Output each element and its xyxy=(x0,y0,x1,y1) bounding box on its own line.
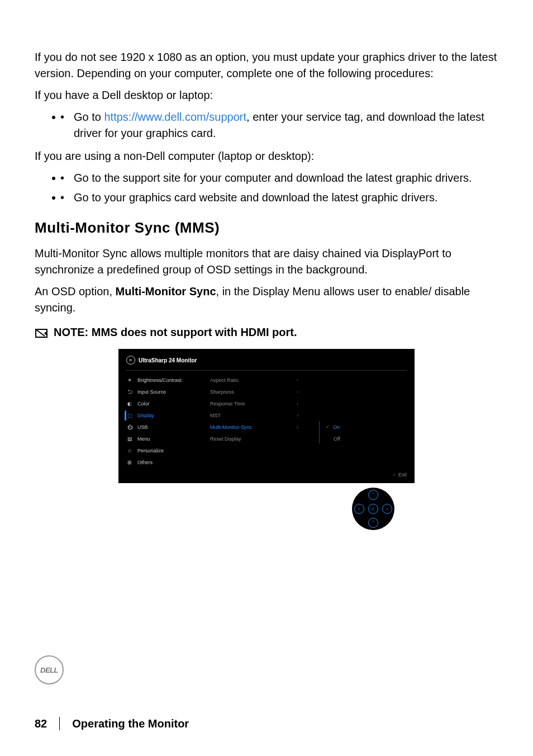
bullet-text-pre: Go to xyxy=(74,111,104,123)
osd-left-color[interactable]: ◐Color xyxy=(126,398,210,409)
osd-title-row: D UltraSharp 24 Monitor xyxy=(126,356,407,365)
menu-icon: ▤ xyxy=(126,436,133,442)
osd-screenshot: D UltraSharp 24 Monitor ☀Brightness/Cont… xyxy=(118,349,415,530)
chevron-right-icon: › xyxy=(297,386,319,398)
osd-left-label: Others xyxy=(137,460,153,465)
dell-badge-icon: DELL xyxy=(35,655,64,684)
osd-left-label: Display xyxy=(137,413,154,418)
chevron-right-icon: › xyxy=(297,409,319,421)
osd-left-label: Input Source xyxy=(137,389,166,395)
bullet-dell-support: Go to https://www.dell.com/support, ente… xyxy=(63,109,498,141)
osd-left-label: Brightness/Contrast xyxy=(137,377,182,383)
osd-left-brightness[interactable]: ☀Brightness/Contrast xyxy=(126,374,210,386)
joystick-control: ˄ ˅ ‹ › ✓ xyxy=(352,488,394,530)
note-icon xyxy=(35,328,48,338)
osd-arrow-column: › › › › › xyxy=(297,374,319,469)
note-row: NOTE: MMS does not support with HDMI por… xyxy=(35,326,498,339)
paragraph-dell-label: If you have a Dell desktop or laptop: xyxy=(35,87,498,103)
osd-mid-aspect[interactable]: Aspect Ratio xyxy=(210,374,297,386)
osd-mid-menu: Aspect Ratio Sharpness Response Time MST… xyxy=(210,374,297,469)
page-number: 82 xyxy=(35,717,47,730)
dell-logo-icon: D xyxy=(126,356,135,365)
bullet-list-nondell: Go to the support site for your computer… xyxy=(35,170,498,206)
input-source-icon: ⮌ xyxy=(126,389,133,395)
osd-mid-mst[interactable]: MST xyxy=(210,409,297,421)
joystick-right-icon[interactable]: › xyxy=(382,504,392,514)
bullet-nondell-2: Go to your graphics card website and dow… xyxy=(63,190,498,206)
mms-p2-pre: An OSD option, xyxy=(35,285,116,297)
osd-left-usb[interactable]: ⏻USB xyxy=(126,421,210,433)
support-link[interactable]: https://www.dell.com/support xyxy=(104,111,246,123)
osd-left-input[interactable]: ⮌Input Source xyxy=(126,386,210,398)
osd-title: UltraSharp 24 Monitor xyxy=(139,357,197,363)
osd-off-label: Off xyxy=(334,436,340,442)
section-title: Operating the Monitor xyxy=(72,717,189,730)
display-icon: ▢ xyxy=(126,413,133,418)
joystick-up-icon[interactable]: ˄ xyxy=(368,490,378,500)
paragraph-mms-1: Multi-Monitor Sync allows multiple monit… xyxy=(35,245,498,278)
osd-left-menu-item[interactable]: ▤Menu xyxy=(126,433,210,445)
page-footer: 82 Operating the Monitor xyxy=(35,717,189,730)
joystick-left-icon[interactable]: ‹ xyxy=(354,504,364,514)
joystick-ok-icon[interactable]: ✓ xyxy=(368,504,378,514)
osd-left-display[interactable]: ▢Display xyxy=(126,409,210,421)
osd-mid-response[interactable]: Response Time xyxy=(210,398,297,409)
osd-left-label: Menu xyxy=(137,436,150,442)
bullet-nondell-1: Go to the support site for your computer… xyxy=(63,170,498,186)
chevron-right-icon: › xyxy=(297,421,319,433)
chevron-right-icon xyxy=(297,433,319,445)
osd-mid-reset[interactable]: Reset Display xyxy=(210,433,297,445)
star-icon: ☆ xyxy=(126,448,133,453)
osd-mid-mms[interactable]: Multi-Monitor-Sync xyxy=(210,421,297,433)
osd-exit-label: Exit xyxy=(398,472,407,478)
footer-divider xyxy=(59,717,60,730)
osd-separator xyxy=(319,421,320,443)
osd-option-off[interactable]: Off xyxy=(319,433,407,445)
color-icon: ◐ xyxy=(126,401,133,407)
bullet-list-dell: Go to https://www.dell.com/support, ente… xyxy=(35,109,498,141)
osd-left-others[interactable]: ⊞Others xyxy=(126,456,210,468)
osd-exit[interactable]: ‹Exit xyxy=(393,472,407,478)
brightness-icon: ☀ xyxy=(126,377,133,383)
joystick-down-icon[interactable]: ˅ xyxy=(368,518,378,528)
usb-icon: ⏻ xyxy=(126,424,133,430)
osd-option-on[interactable]: ✓On xyxy=(319,421,407,433)
mms-p2-bold: Multi-Monitor Sync xyxy=(116,285,216,297)
osd-left-menu: ☀Brightness/Contrast ⮌Input Source ◐Colo… xyxy=(126,374,210,469)
osd-right-options: ✓On Off xyxy=(319,374,407,469)
chevron-left-icon: ‹ xyxy=(393,472,395,478)
osd-mid-sharpness[interactable]: Sharpness xyxy=(210,386,297,398)
paragraph-mms-2: An OSD option, Multi-Monitor Sync, in th… xyxy=(35,284,498,316)
chevron-right-icon: › xyxy=(297,398,319,409)
osd-left-label: USB xyxy=(137,424,148,430)
note-text: NOTE: MMS does not support with HDMI por… xyxy=(54,326,297,339)
check-icon: ✓ xyxy=(326,424,330,429)
osd-panel: D UltraSharp 24 Monitor ☀Brightness/Cont… xyxy=(118,349,415,483)
osd-on-label: On xyxy=(333,424,340,430)
heading-mms: Multi-Monitor Sync (MMS) xyxy=(35,219,498,237)
others-icon: ⊞ xyxy=(126,460,133,465)
osd-left-personalize[interactable]: ☆Personalize xyxy=(126,445,210,456)
osd-left-label: Color xyxy=(137,401,150,407)
paragraph-intro: If you do not see 1920 x 1080 as an opti… xyxy=(35,49,498,82)
osd-left-label: Personalize xyxy=(137,448,164,453)
paragraph-nondell-label: If you are using a non-Dell computer (la… xyxy=(35,148,498,164)
chevron-right-icon: › xyxy=(297,374,319,386)
